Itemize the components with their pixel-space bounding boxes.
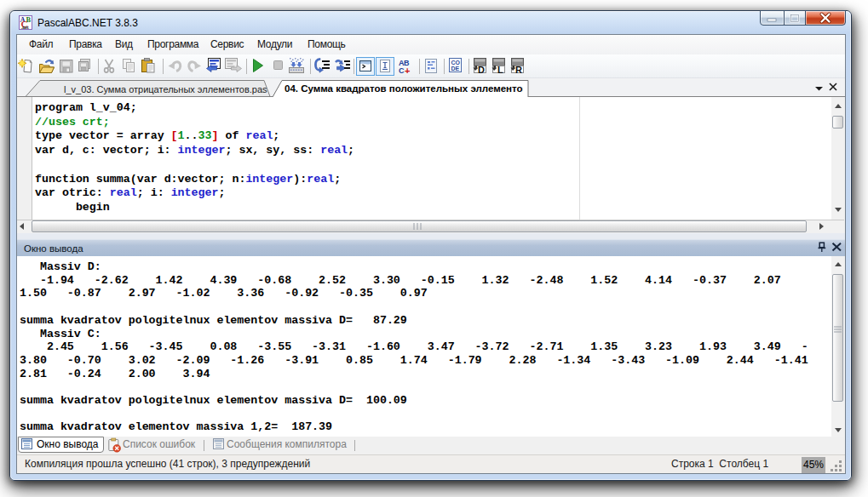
svg-text:CO: CO <box>451 60 461 66</box>
svg-text:C: C <box>399 66 405 75</box>
svg-text:+: + <box>405 66 410 76</box>
svg-text:DE: DE <box>451 66 460 71</box>
svg-text:.net: .net <box>21 25 29 30</box>
svg-text:L: L <box>497 65 503 75</box>
svg-text:D: D <box>478 65 485 75</box>
svg-text:R: R <box>515 65 522 75</box>
